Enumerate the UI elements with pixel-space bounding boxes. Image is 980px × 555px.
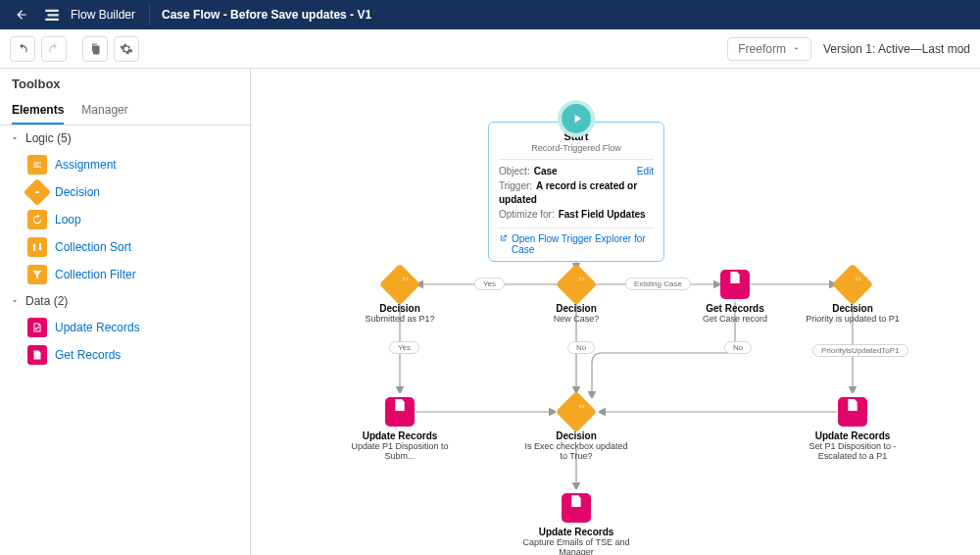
settings-button[interactable] bbox=[114, 36, 139, 62]
element-get-records[interactable]: Get Records bbox=[18, 341, 250, 369]
gear-icon bbox=[120, 42, 133, 56]
node-decision-new-case[interactable]: Decision New Case? bbox=[522, 269, 630, 324]
loop-icon bbox=[27, 210, 47, 229]
edge-label-priority-updated: PriorityIsUpdatedToP1 bbox=[812, 344, 908, 357]
element-decision[interactable]: Decision bbox=[18, 178, 250, 206]
category-data-header[interactable]: Data (2) bbox=[0, 288, 250, 314]
element-assignment[interactable]: Assignment bbox=[18, 151, 250, 178]
start-node-card[interactable]: Start Record-Triggered Flow Object:CaseE… bbox=[488, 122, 664, 262]
get-records-icon bbox=[27, 345, 47, 365]
redo-icon bbox=[47, 42, 61, 56]
version-text: Version 1: Active—Last mod bbox=[823, 42, 970, 56]
chevron-down-icon bbox=[10, 296, 20, 306]
node-decision-exec-checkbox[interactable]: Decision Is Exec checkbox updated to Tru… bbox=[522, 396, 630, 461]
header-divider bbox=[149, 4, 150, 25]
assignment-icon bbox=[27, 155, 47, 175]
category-data-label: Data (2) bbox=[25, 294, 68, 308]
external-link-icon bbox=[499, 233, 508, 243]
node-decision-submitted-p1[interactable]: Decision Submitted as P1? bbox=[346, 269, 454, 324]
clipboard-button[interactable] bbox=[82, 36, 108, 62]
flow-title: Case Flow - Before Save updates - V1 bbox=[162, 8, 371, 22]
edge-label-no-2: No bbox=[724, 341, 752, 354]
app-logo-icon bbox=[41, 4, 63, 25]
start-edit-link[interactable]: Edit bbox=[637, 165, 654, 179]
chevron-down-icon bbox=[792, 44, 801, 53]
clipboard-icon bbox=[89, 43, 101, 55]
layout-mode-dropdown[interactable]: Freeform bbox=[727, 37, 811, 61]
back-button[interactable] bbox=[10, 3, 33, 26]
chevron-down-icon bbox=[10, 133, 20, 143]
element-collection-filter[interactable]: Collection Filter bbox=[18, 261, 250, 288]
sort-icon bbox=[27, 237, 47, 257]
edge-label-yes-1: Yes bbox=[474, 278, 505, 290]
start-subtitle: Record-Triggered Flow bbox=[499, 143, 654, 153]
node-update-p1-disposition[interactable]: Update Records Update P1 Disposition to … bbox=[346, 396, 454, 461]
node-update-set-p1[interactable]: Update Records Set P1 Disposition to - E… bbox=[799, 396, 906, 461]
open-flow-trigger-explorer-link[interactable]: Open Flow Trigger Explorer for Case bbox=[499, 227, 654, 255]
decision-icon bbox=[24, 178, 51, 206]
back-arrow-icon bbox=[15, 8, 28, 22]
sidebar-tabs: Elements Manager bbox=[0, 97, 250, 126]
update-records-icon bbox=[27, 318, 47, 337]
tab-elements[interactable]: Elements bbox=[12, 97, 64, 125]
undo-icon bbox=[16, 42, 29, 56]
layout-mode-label: Freeform bbox=[738, 42, 786, 56]
app-header: Flow Builder Case Flow - Before Save upd… bbox=[0, 0, 980, 29]
redo-button[interactable] bbox=[41, 36, 67, 62]
tab-manager[interactable]: Manager bbox=[81, 97, 127, 125]
flow-canvas[interactable]: Start Record-Triggered Flow Object:CaseE… bbox=[251, 69, 980, 555]
undo-button[interactable] bbox=[10, 36, 35, 62]
play-icon bbox=[570, 112, 584, 126]
element-update-records[interactable]: Update Records bbox=[18, 314, 250, 341]
edge-label-no-1: No bbox=[567, 341, 595, 354]
node-get-case-record[interactable]: Get Records Get Case record bbox=[681, 269, 789, 324]
start-run-button[interactable] bbox=[558, 100, 595, 137]
filter-icon bbox=[27, 265, 47, 284]
sidebar-title: Toolbox bbox=[0, 69, 250, 97]
node-update-capture-emails[interactable]: Update Records Capture Emails of TSE and… bbox=[522, 492, 630, 555]
element-collection-sort[interactable]: Collection Sort bbox=[18, 233, 250, 261]
toolbar: Freeform Version 1: Active—Last mod bbox=[0, 29, 980, 69]
node-decision-priority-p1[interactable]: Decision Priority is updated to P1 bbox=[799, 269, 906, 324]
category-logic-label: Logic (5) bbox=[25, 131, 72, 145]
app-name: Flow Builder bbox=[71, 8, 135, 22]
category-logic-header[interactable]: Logic (5) bbox=[0, 126, 250, 151]
edge-label-existing-case: Existing Case bbox=[625, 278, 691, 290]
element-loop[interactable]: Loop bbox=[18, 206, 250, 233]
sidebar-toolbox: Toolbox Elements Manager Logic (5) Assig… bbox=[0, 69, 251, 555]
edge-label-yes-2: Yes bbox=[389, 341, 419, 354]
